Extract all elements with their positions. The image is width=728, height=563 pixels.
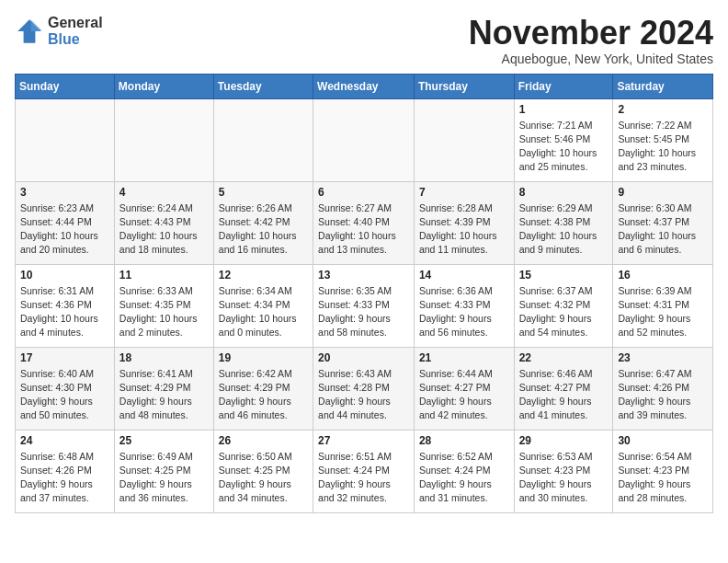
day-info: Sunrise: 6:36 AM Sunset: 4:33 PM Dayligh…	[419, 284, 509, 340]
day-number: 16	[618, 269, 708, 282]
day-number: 10	[20, 269, 109, 282]
calendar-cell	[16, 98, 115, 181]
day-info: Sunrise: 6:44 AM Sunset: 4:27 PM Dayligh…	[419, 367, 509, 423]
day-info: Sunrise: 6:39 AM Sunset: 4:31 PM Dayligh…	[618, 284, 708, 340]
calendar-cell: 12Sunrise: 6:34 AM Sunset: 4:34 PM Dayli…	[213, 264, 313, 347]
day-info: Sunrise: 6:34 AM Sunset: 4:34 PM Dayligh…	[219, 284, 308, 340]
calendar-cell: 23Sunrise: 6:47 AM Sunset: 4:26 PM Dayli…	[613, 347, 713, 430]
calendar-cell: 21Sunrise: 6:44 AM Sunset: 4:27 PM Dayli…	[414, 347, 514, 430]
calendar-cell: 22Sunrise: 6:46 AM Sunset: 4:27 PM Dayli…	[514, 347, 613, 430]
day-number: 27	[318, 434, 409, 447]
day-number: 23	[618, 351, 708, 364]
day-number: 6	[318, 186, 409, 199]
calendar-cell: 10Sunrise: 6:31 AM Sunset: 4:36 PM Dayli…	[16, 264, 115, 347]
day-info: Sunrise: 6:47 AM Sunset: 4:26 PM Dayligh…	[618, 367, 708, 423]
calendar-cell: 19Sunrise: 6:42 AM Sunset: 4:29 PM Dayli…	[213, 347, 313, 430]
day-number: 1	[519, 103, 609, 116]
calendar-cell: 4Sunrise: 6:24 AM Sunset: 4:43 PM Daylig…	[114, 181, 213, 264]
calendar-cell: 26Sunrise: 6:50 AM Sunset: 4:25 PM Dayli…	[213, 430, 313, 512]
calendar-week-5: 24Sunrise: 6:48 AM Sunset: 4:26 PM Dayli…	[16, 430, 713, 512]
day-number: 24	[20, 434, 109, 447]
calendar-header-friday: Friday	[514, 74, 613, 98]
day-number: 26	[219, 434, 308, 447]
calendar-cell: 6Sunrise: 6:27 AM Sunset: 4:40 PM Daylig…	[313, 181, 415, 264]
title-section: November 2024 Aquebogue, New York, Unite…	[469, 15, 713, 66]
day-info: Sunrise: 6:33 AM Sunset: 4:35 PM Dayligh…	[119, 284, 209, 340]
day-info: Sunrise: 6:52 AM Sunset: 4:24 PM Dayligh…	[419, 450, 509, 506]
day-number: 19	[219, 351, 308, 364]
calendar-week-2: 3Sunrise: 6:23 AM Sunset: 4:44 PM Daylig…	[16, 181, 713, 264]
day-info: Sunrise: 6:43 AM Sunset: 4:28 PM Dayligh…	[318, 367, 409, 423]
calendar-cell: 3Sunrise: 6:23 AM Sunset: 4:44 PM Daylig…	[16, 181, 115, 264]
day-number: 12	[219, 269, 308, 282]
calendar-cell: 14Sunrise: 6:36 AM Sunset: 4:33 PM Dayli…	[414, 264, 514, 347]
day-number: 17	[20, 351, 109, 364]
calendar-cell: 7Sunrise: 6:28 AM Sunset: 4:39 PM Daylig…	[414, 181, 514, 264]
calendar-header-saturday: Saturday	[613, 74, 713, 98]
calendar-header-row: SundayMondayTuesdayWednesdayThursdayFrid…	[16, 74, 713, 98]
calendar-week-3: 10Sunrise: 6:31 AM Sunset: 4:36 PM Dayli…	[16, 264, 713, 347]
day-info: Sunrise: 6:29 AM Sunset: 4:38 PM Dayligh…	[519, 201, 609, 258]
day-info: Sunrise: 6:49 AM Sunset: 4:25 PM Dayligh…	[119, 450, 209, 506]
day-number: 5	[219, 186, 308, 199]
calendar-cell	[213, 98, 313, 181]
day-number: 29	[519, 434, 609, 447]
page-header: General Blue November 2024 Aquebogue, Ne…	[15, 15, 713, 66]
day-info: Sunrise: 6:23 AM Sunset: 4:44 PM Dayligh…	[20, 201, 109, 258]
day-info: Sunrise: 6:37 AM Sunset: 4:32 PM Dayligh…	[519, 284, 609, 340]
location: Aquebogue, New York, United States	[469, 52, 713, 66]
calendar-cell: 30Sunrise: 6:54 AM Sunset: 4:23 PM Dayli…	[613, 430, 713, 512]
calendar-cell: 25Sunrise: 6:49 AM Sunset: 4:25 PM Dayli…	[114, 430, 213, 512]
day-number: 15	[519, 269, 609, 282]
calendar-cell: 13Sunrise: 6:35 AM Sunset: 4:33 PM Dayli…	[313, 264, 415, 347]
calendar-cell: 24Sunrise: 6:48 AM Sunset: 4:26 PM Dayli…	[16, 430, 115, 512]
day-info: Sunrise: 6:51 AM Sunset: 4:24 PM Dayligh…	[318, 450, 409, 506]
month-title: November 2024	[469, 15, 713, 52]
calendar-week-1: 1Sunrise: 7:21 AM Sunset: 5:46 PM Daylig…	[16, 98, 713, 181]
day-number: 28	[419, 434, 509, 447]
day-info: Sunrise: 6:41 AM Sunset: 4:29 PM Dayligh…	[119, 367, 209, 423]
day-number: 22	[519, 351, 609, 364]
day-info: Sunrise: 6:40 AM Sunset: 4:30 PM Dayligh…	[20, 367, 109, 423]
calendar-header-tuesday: Tuesday	[213, 74, 313, 98]
calendar-cell	[114, 98, 213, 181]
calendar-table: SundayMondayTuesdayWednesdayThursdayFrid…	[15, 74, 713, 513]
day-info: Sunrise: 6:35 AM Sunset: 4:33 PM Dayligh…	[318, 284, 409, 340]
day-info: Sunrise: 6:50 AM Sunset: 4:25 PM Dayligh…	[219, 450, 308, 506]
calendar-header-thursday: Thursday	[414, 74, 514, 98]
calendar-cell: 20Sunrise: 6:43 AM Sunset: 4:28 PM Dayli…	[313, 347, 415, 430]
calendar-cell: 16Sunrise: 6:39 AM Sunset: 4:31 PM Dayli…	[613, 264, 713, 347]
day-info: Sunrise: 6:26 AM Sunset: 4:42 PM Dayligh…	[219, 201, 308, 258]
logo: General Blue	[15, 15, 103, 47]
day-number: 9	[618, 186, 708, 199]
day-number: 2	[618, 103, 708, 116]
calendar-cell: 5Sunrise: 6:26 AM Sunset: 4:42 PM Daylig…	[213, 181, 313, 264]
day-number: 11	[119, 269, 209, 282]
day-info: Sunrise: 6:28 AM Sunset: 4:39 PM Dayligh…	[419, 201, 509, 258]
calendar-cell: 8Sunrise: 6:29 AM Sunset: 4:38 PM Daylig…	[514, 181, 613, 264]
calendar-header-sunday: Sunday	[16, 74, 115, 98]
calendar-cell: 17Sunrise: 6:40 AM Sunset: 4:30 PM Dayli…	[16, 347, 115, 430]
svg-marker-1	[31, 19, 41, 31]
day-info: Sunrise: 6:31 AM Sunset: 4:36 PM Dayligh…	[20, 284, 109, 340]
calendar-cell: 9Sunrise: 6:30 AM Sunset: 4:37 PM Daylig…	[613, 181, 713, 264]
calendar-week-4: 17Sunrise: 6:40 AM Sunset: 4:30 PM Dayli…	[16, 347, 713, 430]
calendar-cell	[414, 98, 514, 181]
day-number: 21	[419, 351, 509, 364]
logo-text: General Blue	[48, 15, 103, 47]
calendar-cell: 28Sunrise: 6:52 AM Sunset: 4:24 PM Dayli…	[414, 430, 514, 512]
calendar-header-monday: Monday	[114, 74, 213, 98]
day-number: 3	[20, 186, 109, 199]
day-number: 18	[119, 351, 209, 364]
day-info: Sunrise: 6:46 AM Sunset: 4:27 PM Dayligh…	[519, 367, 609, 423]
logo-general: General	[48, 15, 103, 31]
calendar-cell: 1Sunrise: 7:21 AM Sunset: 5:46 PM Daylig…	[514, 98, 613, 181]
day-number: 20	[318, 351, 409, 364]
calendar-cell: 15Sunrise: 6:37 AM Sunset: 4:32 PM Dayli…	[514, 264, 613, 347]
calendar-cell	[313, 98, 415, 181]
day-info: Sunrise: 6:30 AM Sunset: 4:37 PM Dayligh…	[618, 201, 708, 258]
day-info: Sunrise: 6:54 AM Sunset: 4:23 PM Dayligh…	[618, 450, 708, 506]
logo-icon	[15, 17, 44, 46]
day-number: 4	[119, 186, 209, 199]
day-info: Sunrise: 6:42 AM Sunset: 4:29 PM Dayligh…	[219, 367, 308, 423]
